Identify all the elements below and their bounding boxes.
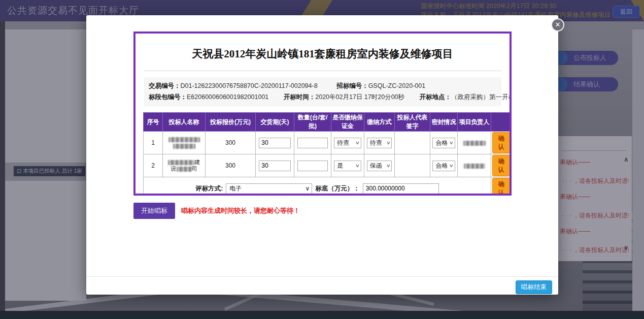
col-deposit-paid: 是否缴纳保证金: [331, 113, 364, 132]
col-pay-method: 缴纳方式: [364, 113, 395, 132]
redaction-blur: [464, 164, 485, 169]
chevron-down-icon: ∨: [449, 140, 454, 145]
pay-method-value: 待查: [370, 139, 382, 147]
tender-no-label: 招标编号：: [336, 82, 368, 89]
table-row: 2 建 设司 300 是∨ 保函∨ 合格∨ 确认: [144, 154, 512, 177]
row-confirm-button[interactable]: 确认: [492, 155, 510, 176]
bid-price-value: 300: [206, 154, 256, 177]
end-bid-announce-button[interactable]: 唱标结束: [516, 280, 552, 294]
wait-warning-text: 唱标内容生成时间较长，请您耐心等待！: [181, 206, 300, 215]
name-fragment: 设: [171, 166, 177, 172]
name-fragment: 建: [194, 159, 200, 165]
quantity-input[interactable]: [297, 161, 328, 171]
pay-method-value: 保函: [370, 162, 382, 170]
chevron-down-icon: ∨: [355, 163, 360, 168]
pay-method-select[interactable]: 待查∨: [367, 138, 392, 148]
project-title: 天祝县2012年炭山岭镇181套廉租房室内装修及维修项目: [135, 47, 510, 61]
name-fragment: 司: [192, 166, 198, 172]
project-info-block: 交易编号：D01-12622300076758870C-20200117-002…: [144, 77, 501, 106]
deposit-value: 待查: [337, 139, 349, 147]
project-manager-redacted: [458, 154, 491, 177]
bidder-name-redacted: 建 设司: [163, 154, 206, 177]
deposit-select[interactable]: 待查∨: [334, 138, 361, 148]
quantity-input[interactable]: [297, 138, 328, 148]
redaction-blur: [168, 160, 194, 165]
info-row: 标段包编号：E6206000606001982001001 开标时间：2020年…: [149, 91, 496, 103]
pay-method-select[interactable]: 保函∨: [367, 161, 392, 171]
col-project-manager: 项目负责人: [458, 113, 491, 132]
row-confirm-button[interactable]: 确认: [492, 132, 510, 153]
delivery-input[interactable]: [259, 138, 290, 148]
col-delivery: 交货期(天): [256, 113, 294, 132]
table-row: 1 300 待查∨ 待查∨ 合格∨ 确认: [144, 132, 512, 154]
eval-method-select[interactable]: 电子∨: [226, 183, 312, 194]
package-no-value: E6206000606001982001001: [187, 93, 268, 101]
col-no: 序号: [144, 113, 163, 132]
col-quantity: 数量(台/套/批): [294, 113, 331, 132]
col-rep-signature: 投标人代表签字: [395, 113, 430, 132]
redaction-blur: [168, 137, 200, 142]
chevron-down-icon: ∨: [306, 185, 310, 192]
redaction-blur: [463, 141, 486, 146]
rep-signature-cell: [395, 154, 430, 177]
chevron-down-icon: ∨: [386, 140, 390, 145]
delivery-input[interactable]: [259, 161, 290, 171]
eval-method-label: 评标方式:: [195, 184, 223, 193]
row-no: 2: [144, 154, 163, 177]
info-row: 交易编号：D01-12622300076758870C-20200117-002…: [149, 80, 496, 91]
open-place-value: （政府采购）第一开标厅: [451, 93, 512, 101]
rep-signature-cell: [395, 132, 430, 154]
tender-no-value: GSQL-ZC-2020-001: [368, 82, 426, 89]
col-bidder-name: 投标人名称: [163, 113, 206, 132]
title-divider: [144, 71, 501, 71]
seal-status-select[interactable]: 合格∨: [432, 138, 455, 148]
eval-method-value: 电子: [229, 184, 242, 193]
bid-opening-modal: ✕ 天祝县2012年炭山岭镇181套廉租房室内装修及维修项目 交易编号：D01-…: [86, 15, 558, 295]
start-bid-announce-button[interactable]: 开始唱标: [133, 203, 175, 219]
bidders-table: 序号 投标人名称 投标报价(万元) 交货期(天) 数量(台/套/批) 是否缴纳保…: [143, 112, 512, 196]
open-time-value: 2020年02月17日 17时20分00秒: [315, 93, 404, 101]
trade-no-value: D01-12622300076758870C-20200117-002094-8: [181, 82, 318, 89]
redaction-blur: [173, 144, 195, 149]
chevron-down-icon: ∨: [449, 163, 454, 168]
close-icon[interactable]: ✕: [551, 18, 564, 31]
col-actions: [491, 113, 512, 132]
eval-confirm-button[interactable]: 确认: [492, 178, 510, 196]
chevron-down-icon: ∨: [386, 163, 390, 168]
col-bid-price: 投标报价(万元): [206, 113, 256, 132]
bid-detail-box: 天祝县2012年炭山岭镇181套廉租房室内装修及维修项目 交易编号：D01-12…: [133, 31, 512, 196]
seal-status-select[interactable]: 合格∨: [432, 161, 455, 171]
col-seal-status: 密封情况: [430, 113, 458, 132]
redaction-blur: [177, 167, 192, 172]
chevron-down-icon: ∨: [355, 140, 360, 145]
deposit-select[interactable]: 是∨: [334, 161, 361, 171]
start-row: 开始唱标 唱标内容生成时间较长，请您耐心等待！: [133, 203, 300, 219]
open-place-label: 开标地点：: [420, 93, 452, 101]
base-price-input[interactable]: [363, 183, 439, 194]
eval-method-row: 评标方式: 电子∨ 标底（万元）： 确认: [144, 177, 512, 196]
bid-price-value: 300: [206, 132, 256, 154]
seal-status-value: 合格: [435, 139, 448, 147]
page: ☑ 本项目已投标人 总计 1家 公布投标人 结果确认 果确认—— · · · ，…: [0, 0, 644, 319]
open-time-label: 开标时间：: [284, 93, 316, 101]
deposit-value: 是: [337, 162, 343, 170]
table-header-row: 序号 投标人名称 投标报价(万元) 交货期(天) 数量(台/套/批) 是否缴纳保…: [144, 113, 512, 132]
modal-footer: 唱标结束: [86, 276, 558, 295]
seal-status-value: 合格: [435, 162, 448, 170]
base-price-label: 标底（万元）：: [315, 184, 360, 193]
package-no-label: 标段包编号：: [149, 93, 187, 101]
bidder-name-redacted: [163, 132, 206, 154]
row-no: 1: [144, 132, 163, 154]
trade-no-label: 交易编号：: [149, 82, 181, 89]
project-manager-redacted: [458, 132, 491, 154]
